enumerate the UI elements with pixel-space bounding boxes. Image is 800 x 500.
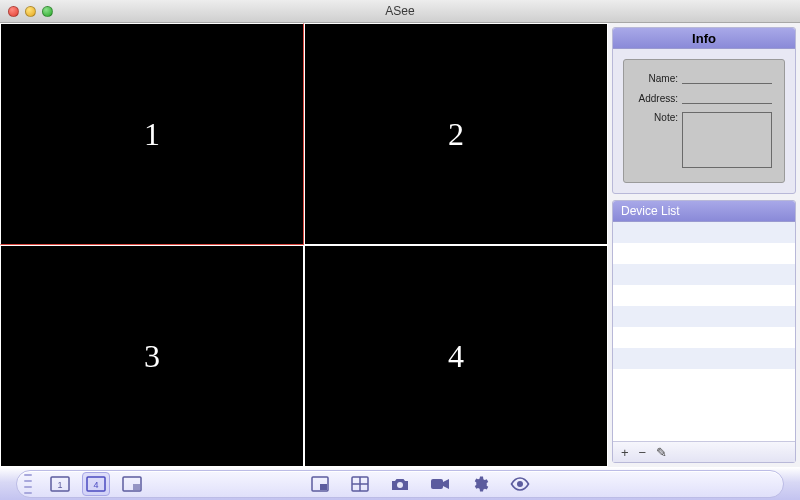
svg-point-11 xyxy=(397,482,403,488)
video-cell-4[interactable]: 4 xyxy=(304,245,608,467)
video-cell-1[interactable]: 1 xyxy=(0,23,304,245)
titlebar: ASee xyxy=(0,0,800,23)
quad-view-icon: 4 xyxy=(86,476,106,492)
cell-label: 3 xyxy=(144,338,160,375)
list-item[interactable] xyxy=(613,264,795,285)
list-item[interactable] xyxy=(613,306,795,327)
list-item[interactable] xyxy=(613,243,795,264)
info-body: Name: Address: Note: xyxy=(613,49,795,193)
device-list-panel: Device List + − ✎ xyxy=(612,200,796,463)
svg-rect-12 xyxy=(431,479,443,489)
video-cell-2[interactable]: 2 xyxy=(304,23,608,245)
layout-4-button[interactable]: 4 xyxy=(82,472,110,496)
layout-1-button[interactable]: 1 xyxy=(46,472,74,496)
device-list-footer: + − ✎ xyxy=(613,441,795,462)
fullscreen-icon xyxy=(122,476,142,492)
info-card: Name: Address: Note: xyxy=(623,59,785,183)
camera-icon xyxy=(390,476,410,492)
list-item[interactable] xyxy=(613,285,795,306)
pip-button[interactable] xyxy=(306,472,334,496)
note-field[interactable] xyxy=(682,112,772,168)
minimize-window-button[interactable] xyxy=(25,6,36,17)
bottom-toolbar: 1 4 xyxy=(0,467,800,500)
eye-icon xyxy=(510,477,530,491)
edit-device-button[interactable]: ✎ xyxy=(656,446,667,459)
gear-icon xyxy=(471,475,489,493)
list-item[interactable] xyxy=(613,348,795,369)
window-controls xyxy=(8,6,53,17)
svg-point-13 xyxy=(517,481,523,487)
info-panel: Info Name: Address: Note: xyxy=(612,27,796,194)
address-field[interactable] xyxy=(682,92,772,104)
cell-label: 2 xyxy=(448,116,464,153)
list-item[interactable] xyxy=(613,327,795,348)
grid-icon xyxy=(351,476,369,492)
note-label: Note: xyxy=(636,112,678,123)
side-panels: Info Name: Address: Note: xyxy=(608,23,800,467)
list-item[interactable] xyxy=(613,222,795,243)
toolbar-grip xyxy=(24,474,32,494)
window-title: ASee xyxy=(0,4,800,18)
multiview-button[interactable] xyxy=(346,472,374,496)
preview-button[interactable] xyxy=(506,472,534,496)
svg-rect-7 xyxy=(320,484,327,490)
fullscreen-button[interactable] xyxy=(118,472,146,496)
snapshot-button[interactable] xyxy=(386,472,414,496)
name-field[interactable] xyxy=(682,72,772,84)
tool-buttons xyxy=(306,472,534,496)
video-grid: 1 2 3 4 xyxy=(0,23,608,467)
list-item[interactable] xyxy=(613,369,795,390)
device-list-title: Device List xyxy=(613,201,795,222)
settings-button[interactable] xyxy=(466,472,494,496)
remove-device-button[interactable]: − xyxy=(639,446,647,459)
record-button[interactable] xyxy=(426,472,454,496)
info-panel-title: Info xyxy=(613,28,795,49)
svg-rect-5 xyxy=(133,484,140,490)
zoom-window-button[interactable] xyxy=(42,6,53,17)
layout-buttons: 1 4 xyxy=(46,472,146,496)
single-view-icon: 1 xyxy=(50,476,70,492)
address-label: Address: xyxy=(636,93,678,104)
video-icon xyxy=(430,477,450,491)
pip-icon xyxy=(311,476,329,492)
video-cell-3[interactable]: 3 xyxy=(0,245,304,467)
close-window-button[interactable] xyxy=(8,6,19,17)
device-list[interactable] xyxy=(613,222,795,441)
content-area: 1 2 3 4 Info Name: Address: N xyxy=(0,23,800,467)
cell-label: 4 xyxy=(448,338,464,375)
add-device-button[interactable]: + xyxy=(621,446,629,459)
cell-label: 1 xyxy=(144,116,160,153)
name-label: Name: xyxy=(636,73,678,84)
svg-text:1: 1 xyxy=(57,480,62,490)
svg-text:4: 4 xyxy=(93,480,98,490)
